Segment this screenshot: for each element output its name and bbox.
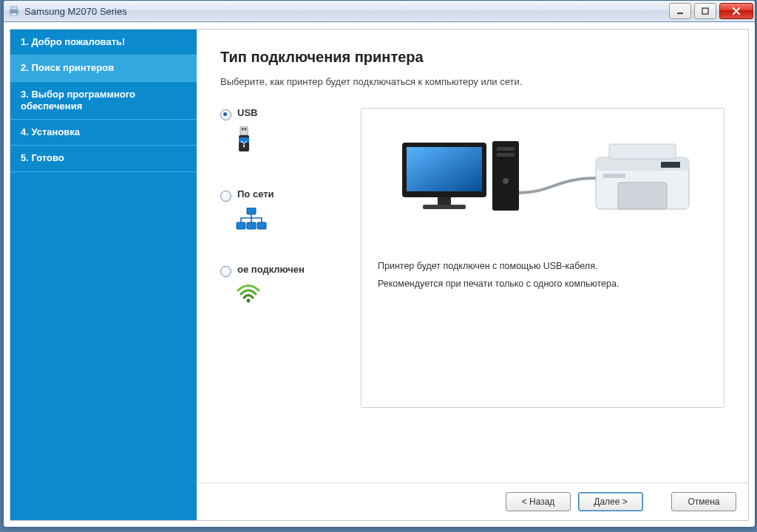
svg-rect-2 [11,13,17,16]
svg-rect-25 [497,147,515,151]
connection-options: USB [220,108,346,337]
sidebar-item-software-selection[interactable]: 3. Выбор программного обеспечения [10,82,197,120]
svg-rect-10 [239,137,249,143]
next-button[interactable]: Далее > [578,492,643,511]
sidebar-item-label: 5. Готово [21,152,64,163]
svg-rect-5 [702,8,708,14]
radio-wireless[interactable] [220,266,231,277]
cancel-button-label: Отмена [688,497,719,507]
svg-rect-12 [241,141,242,143]
svg-rect-23 [423,205,466,209]
svg-rect-26 [497,153,515,157]
option-wireless-label: ое подключен [237,265,305,276]
svg-point-18 [247,299,251,303]
svg-rect-6 [240,126,248,135]
network-icon [236,208,346,233]
sidebar-item-install[interactable]: 4. Установка [10,120,197,146]
page-heading: Тип подключения принтера [220,49,724,66]
window-title: Samsung M2070 Series [24,6,666,17]
sidebar-item-done[interactable]: 5. Готово [10,146,197,171]
svg-rect-32 [603,174,625,178]
option-usb[interactable]: USB [220,108,346,158]
maximize-button[interactable] [694,3,716,19]
sidebar-item-label: 3. Выбор программного обеспечения [21,89,135,112]
back-button[interactable]: < Назад [506,492,571,511]
svg-point-3 [16,10,18,12]
installer-window: Samsung M2070 Series 1. Добро пожаловать… [3,0,756,528]
titlebar[interactable]: Samsung M2070 Series [4,1,755,22]
sidebar-item-search-printers[interactable]: 2. Поиск принтеров [10,55,197,81]
usb-icon [236,126,346,158]
svg-rect-21 [407,147,482,191]
option-network-label: По сети [237,189,274,200]
client-area: 1. Добро пожаловать! 2. Поиск принтеров … [10,29,749,521]
svg-point-27 [503,178,509,184]
connection-description-panel: Принтер будет подключен с помощью USB-ка… [361,108,724,408]
svg-rect-8 [245,128,246,131]
connection-diagram [378,125,707,253]
svg-rect-22 [438,197,451,205]
svg-rect-16 [247,222,256,229]
wizard-steps-sidebar: 1. Добро пожаловать! 2. Поиск принтеров … [10,30,197,520]
svg-rect-4 [677,13,683,14]
radio-network[interactable] [220,191,231,202]
main-panel: Тип подключения принтера Выберите, как п… [197,30,748,483]
page-subtitle: Выберите, как принтер будет подключаться… [220,76,724,87]
cancel-button[interactable]: Отмена [671,492,736,511]
wifi-icon [236,283,346,306]
svg-rect-24 [492,141,519,211]
svg-rect-33 [661,162,680,168]
svg-rect-1 [11,7,17,10]
svg-rect-14 [247,208,256,214]
description-line-2: Рекомендуется при печати только с одного… [378,279,707,289]
wizard-footer: < Назад Далее > Отмена [197,482,748,520]
option-wireless[interactable]: ое подключен [220,265,346,306]
option-network[interactable]: По сети [220,189,346,233]
sidebar-item-welcome[interactable]: 1. Добро пожаловать! [10,30,197,55]
option-usb-label: USB [237,108,257,119]
next-button-label: Далее > [594,497,628,507]
back-button-label: < Назад [522,497,555,507]
printer-icon [8,5,20,17]
svg-rect-15 [237,222,245,229]
svg-rect-17 [257,222,266,229]
radio-usb[interactable] [220,109,231,120]
sidebar-item-label: 2. Поиск принтеров [21,62,114,73]
svg-rect-30 [609,144,676,159]
sidebar-item-label: 1. Добро пожаловать! [21,36,125,47]
description-line-1: Принтер будет подключен с помощью USB-ка… [378,261,707,271]
minimize-button[interactable] [669,3,691,19]
close-button[interactable] [719,3,753,19]
sidebar-item-label: 4. Установка [21,126,80,137]
svg-rect-31 [618,183,667,209]
svg-rect-7 [242,128,243,131]
